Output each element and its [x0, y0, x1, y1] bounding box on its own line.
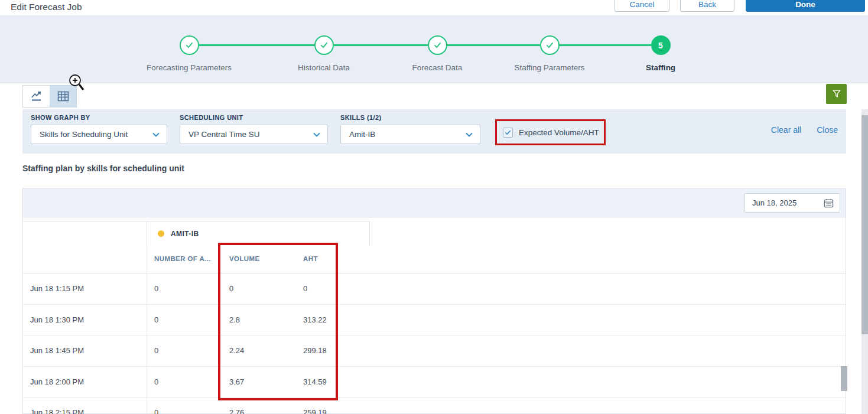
row-aht: 314.59 — [303, 377, 327, 386]
step-check-icon — [180, 35, 199, 55]
expected-volume-aht-label: Expected Volume/AHT — [519, 128, 599, 137]
date-picker[interactable]: Jun 18, 2025 — [745, 193, 840, 213]
scheduling-unit-select[interactable]: VP Central Time SU — [180, 125, 328, 144]
column-header-aht[interactable]: AHT — [303, 255, 318, 262]
table-icon — [57, 91, 69, 102]
scheduling-unit-field: SCHEDULING UNIT VP Central Time SU — [180, 114, 328, 144]
skills-select[interactable]: Amit-IB — [340, 125, 480, 144]
staffing-table-panel: Jun 18, 2025 AMIT-IB NUMBER OF A... VOLU… — [22, 188, 846, 414]
table-row[interactable]: Jun 18 2:15 PM 0 2.76 259.19 — [23, 397, 846, 414]
step-label: Staffing Parameters — [485, 63, 615, 72]
skills-label: SKILLS (1/2) — [340, 114, 480, 121]
show-graph-by-label: SHOW GRAPH BY — [31, 114, 167, 121]
clear-all-link[interactable]: Clear all — [771, 125, 801, 135]
step-check-icon — [540, 35, 560, 55]
view-toggle-group — [22, 85, 77, 107]
title-bar: Edit Forecast Job — [0, 0, 868, 16]
table-topbar: Jun 18, 2025 — [23, 188, 846, 218]
step-label: Historical Data — [259, 63, 389, 72]
scheduling-unit-value: VP Central Time SU — [188, 130, 260, 139]
table-scrollbar-thumb[interactable] — [841, 366, 847, 391]
row-volume: 2.24 — [229, 346, 244, 355]
skills-value: Amit-IB — [349, 130, 375, 139]
chevron-down-icon — [313, 132, 320, 137]
filter-button[interactable] — [826, 84, 847, 104]
table-row[interactable]: Jun 18 1:15 PM 0 0 0 — [23, 273, 846, 305]
date-picker-value: Jun 18, 2025 — [752, 198, 824, 207]
row-agents: 0 — [154, 346, 158, 355]
view-toolbar — [0, 83, 868, 109]
page-title: Edit Forecast Job — [11, 2, 82, 12]
expected-volume-aht-annotation-box: Expected Volume/AHT — [495, 119, 606, 145]
row-volume: 2.76 — [229, 408, 244, 414]
filter-bar: SHOW GRAPH BY Skills for Scheduling Unit… — [22, 109, 846, 154]
calendar-icon — [824, 198, 834, 208]
row-agents: 0 — [154, 315, 158, 324]
show-graph-by-select[interactable]: Skills for Scheduling Unit — [31, 125, 167, 144]
row-time: Jun 18 1:45 PM — [30, 346, 84, 355]
expected-volume-aht-checkbox[interactable] — [503, 128, 513, 138]
step-label: Forecasting Parameters — [124, 63, 254, 72]
edit-forecast-job-page: Edit Forecast Job Cancel Back Done Forec… — [0, 0, 868, 414]
row-aht: 299.18 — [303, 346, 327, 355]
page-scrollbar-thumb[interactable] — [862, 115, 868, 334]
wizard-stepper: Forecasting Parameters Historical Data F… — [0, 16, 868, 83]
column-header-number-of-agents[interactable]: NUMBER OF A... — [154, 255, 211, 262]
step-check-icon — [428, 35, 447, 55]
row-volume: 3.67 — [229, 377, 244, 386]
filter-links: Clear all Close — [771, 125, 838, 135]
step-label: Forecast Data — [372, 63, 502, 72]
step-staffing-current[interactable]: 5 Staffing — [596, 35, 726, 72]
chevron-down-icon — [466, 132, 473, 137]
row-time: Jun 18 2:00 PM — [30, 377, 84, 386]
skills-field: SKILLS (1/2) Amit-IB — [340, 114, 480, 144]
step-staffing-parameters[interactable]: Staffing Parameters — [485, 35, 615, 72]
row-aht: 0 — [303, 284, 307, 293]
column-header-volume[interactable]: VOLUME — [229, 255, 260, 262]
skill-group-header: AMIT-IB — [147, 221, 370, 246]
checkmark-icon — [505, 130, 511, 135]
step-forecast-data[interactable]: Forecast Data — [372, 35, 502, 72]
cancel-button[interactable]: Cancel — [615, 0, 669, 12]
row-time: Jun 18 1:15 PM — [30, 284, 84, 293]
row-aht: 259.19 — [303, 408, 327, 414]
skill-group-name: AMIT-IB — [171, 230, 199, 238]
close-link[interactable]: Close — [817, 125, 838, 135]
row-agents: 0 — [154, 408, 158, 414]
section-title: Staffing plan by skills for scheduling u… — [22, 164, 184, 173]
table-body: Jun 18 1:15 PM 0 0 0 Jun 18 1:30 PM 0 2.… — [23, 273, 846, 414]
step-label: Staffing — [596, 63, 726, 72]
series-dot-icon — [158, 230, 164, 237]
row-agents: 0 — [154, 377, 158, 386]
done-button[interactable]: Done — [746, 0, 865, 12]
chevron-down-icon — [152, 132, 160, 137]
step-check-icon — [314, 35, 334, 55]
row-volume: 2.8 — [229, 315, 240, 324]
row-aht: 313.22 — [303, 315, 327, 324]
table-view-button[interactable] — [50, 86, 76, 107]
row-agents: 0 — [154, 284, 158, 293]
row-time: Jun 18 1:30 PM — [30, 315, 84, 324]
table-row[interactable]: Jun 18 1:45 PM 0 2.24 299.18 — [23, 335, 846, 367]
row-time: Jun 18 2:15 PM — [30, 408, 84, 414]
step-historical-data[interactable]: Historical Data — [259, 35, 389, 72]
line-chart-icon — [30, 90, 43, 102]
step-number-badge: 5 — [651, 35, 671, 55]
chart-view-button[interactable] — [23, 86, 50, 107]
back-button[interactable]: Back — [680, 0, 734, 12]
show-graph-by-field: SHOW GRAPH BY Skills for Scheduling Unit — [31, 114, 167, 144]
show-graph-by-value: Skills for Scheduling Unit — [40, 130, 128, 139]
table-row[interactable]: Jun 18 2:00 PM 0 3.67 314.59 — [23, 367, 846, 398]
step-forecasting-parameters[interactable]: Forecasting Parameters — [124, 35, 254, 72]
table-row[interactable]: Jun 18 1:30 PM 0 2.8 313.22 — [23, 305, 846, 336]
funnel-icon — [831, 89, 842, 99]
scheduling-unit-label: SCHEDULING UNIT — [180, 114, 328, 121]
row-volume: 0 — [229, 284, 233, 293]
